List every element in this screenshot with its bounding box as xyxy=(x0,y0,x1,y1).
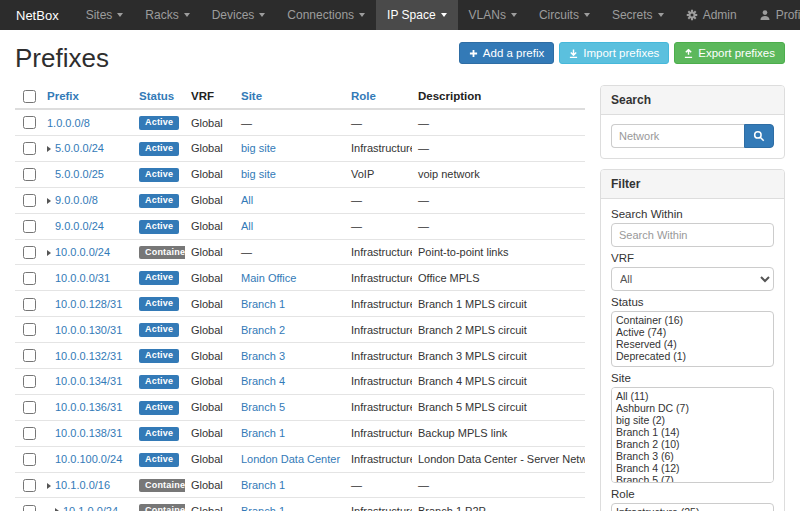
prefix-link[interactable]: 5.0.0.0/24 xyxy=(55,142,104,154)
row-checkbox[interactable] xyxy=(23,246,36,259)
status-cell: Active xyxy=(133,161,185,187)
search-within-input[interactable] xyxy=(611,223,774,247)
prefix-link[interactable]: 10.0.100.0/24 xyxy=(55,453,122,465)
filter-option[interactable]: Branch 4 (12) xyxy=(612,462,773,474)
status-listbox[interactable]: Container (16)Active (74)Reserved (4)Dep… xyxy=(611,311,774,367)
filter-option[interactable]: Branch 1 (14) xyxy=(612,426,773,438)
expand-caret-icon[interactable] xyxy=(47,250,51,256)
site-link[interactable]: big site xyxy=(241,168,276,180)
add-prefix-button[interactable]: Add a prefix xyxy=(459,42,554,64)
site-link[interactable]: Branch 2 xyxy=(241,324,285,336)
prefix-link[interactable]: 1.0.0.0/8 xyxy=(47,117,90,129)
column-header-site[interactable]: Site xyxy=(235,85,345,109)
site-link[interactable]: Branch 3 xyxy=(241,350,285,362)
prefix-link[interactable]: 10.0.0.138/31 xyxy=(55,427,122,439)
filter-option[interactable]: Branch 5 (7) xyxy=(612,474,773,483)
nav-item-sites[interactable]: Sites xyxy=(75,0,135,30)
search-button[interactable] xyxy=(744,124,774,148)
vrf-cell: Global xyxy=(185,368,235,394)
site-link[interactable]: Branch 1 xyxy=(241,505,285,511)
site-label: Site xyxy=(611,372,774,384)
prefix-link[interactable]: 9.0.0.0/8 xyxy=(55,194,98,206)
row-checkbox[interactable] xyxy=(23,168,36,181)
nav-item-profile[interactable]: Profile xyxy=(748,0,800,30)
column-header-prefix[interactable]: Prefix xyxy=(41,85,133,109)
action-buttons: Add a prefix Import prefixes Export pref… xyxy=(459,42,785,64)
nav-item-circuits[interactable]: Circuits xyxy=(528,0,601,30)
filter-option[interactable]: Branch 2 (10) xyxy=(612,438,773,450)
site-link[interactable]: big site xyxy=(241,142,276,154)
filter-option[interactable]: Reserved (4) xyxy=(612,338,773,350)
prefix-link[interactable]: 10.1.0.0/24 xyxy=(63,505,118,511)
row-checkbox[interactable] xyxy=(23,349,36,362)
row-checkbox[interactable] xyxy=(23,220,36,233)
brand[interactable]: NetBox xyxy=(0,0,75,30)
filter-option[interactable]: Ashburn DC (7) xyxy=(612,402,773,414)
export-prefixes-button[interactable]: Export prefixes xyxy=(674,42,785,64)
site-link[interactable]: All xyxy=(241,194,253,206)
row-checkbox[interactable] xyxy=(23,116,36,129)
prefix-link[interactable]: 10.0.0.136/31 xyxy=(55,401,122,413)
prefix-link[interactable]: 10.0.0.130/31 xyxy=(55,324,122,336)
row-checkbox[interactable] xyxy=(23,375,36,388)
role-cell: Infrastructure xyxy=(345,394,412,420)
nav-item-secrets[interactable]: Secrets xyxy=(601,0,675,30)
nav-item-admin[interactable]: Admin xyxy=(675,0,748,30)
expand-caret-icon[interactable] xyxy=(47,198,51,204)
site-link[interactable]: Branch 1 xyxy=(241,427,285,439)
column-header-role[interactable]: Role xyxy=(345,85,412,109)
role-listbox[interactable]: Infrastructure (25)Management (8)Private… xyxy=(611,503,774,511)
row-checkbox[interactable] xyxy=(23,194,36,207)
filter-option[interactable]: Infrastructure (25) xyxy=(612,506,773,511)
prefix-link[interactable]: 10.0.0.0/24 xyxy=(55,246,110,258)
site-link[interactable]: Branch 5 xyxy=(241,401,285,413)
prefix-link[interactable]: 10.1.0.0/16 xyxy=(55,479,110,491)
site-listbox[interactable]: All (11)Ashburn DC (7)big site (2)Branch… xyxy=(611,387,774,483)
filter-option[interactable]: Active (74) xyxy=(612,326,773,338)
site-link[interactable]: Branch 4 xyxy=(241,375,285,387)
filter-option[interactable]: big site (2) xyxy=(612,414,773,426)
nav-item-connections[interactable]: Connections xyxy=(276,0,376,30)
filter-option[interactable]: Deprecated (1) xyxy=(612,350,773,362)
site-link[interactable]: London Data Center xyxy=(241,453,340,465)
row-checkbox[interactable] xyxy=(23,323,36,336)
vrf-cell: Global xyxy=(185,317,235,343)
prefix-link[interactable]: 10.0.0.0/31 xyxy=(55,272,110,284)
table-row: 10.0.0.130/31ActiveGlobalBranch 2Infrast… xyxy=(15,317,585,343)
row-checkbox[interactable] xyxy=(23,401,36,414)
row-checkbox[interactable] xyxy=(23,479,36,492)
nav-item-ip-space[interactable]: IP Space xyxy=(376,0,457,30)
prefix-link[interactable]: 10.0.0.132/31 xyxy=(55,350,122,362)
site-link[interactable]: Branch 1 xyxy=(241,479,285,491)
select-all-checkbox[interactable] xyxy=(23,90,36,103)
row-checkbox[interactable] xyxy=(23,272,36,285)
filter-option[interactable]: Branch 3 (6) xyxy=(612,450,773,462)
row-checkbox[interactable] xyxy=(23,142,36,155)
site-link[interactable]: Main Office xyxy=(241,272,296,284)
row-checkbox[interactable] xyxy=(23,427,36,440)
prefix-link[interactable]: 9.0.0.0/24 xyxy=(55,220,104,232)
filter-option[interactable]: All (11) xyxy=(612,390,773,402)
prefix-link[interactable]: 10.0.0.134/31 xyxy=(55,375,122,387)
row-checkbox[interactable] xyxy=(23,505,36,511)
filter-option[interactable]: Container (16) xyxy=(612,314,773,326)
nav-item-devices[interactable]: Devices xyxy=(201,0,277,30)
expand-caret-icon[interactable] xyxy=(47,483,51,489)
table-row: 10.1.0.0/24ContainerGlobalBranch 1Infras… xyxy=(15,498,585,511)
row-checkbox[interactable] xyxy=(23,298,36,311)
search-input[interactable] xyxy=(611,124,744,148)
expand-caret-icon[interactable] xyxy=(47,146,51,152)
import-prefixes-button[interactable]: Import prefixes xyxy=(559,42,669,64)
vrf-select[interactable]: All xyxy=(611,267,774,291)
prefix-link[interactable]: 5.0.0.0/25 xyxy=(55,168,104,180)
prefix-link[interactable]: 10.0.0.128/31 xyxy=(55,298,122,310)
prefix-cell: 10.1.0.0/16 xyxy=(41,472,133,498)
row-checkbox[interactable] xyxy=(23,453,36,466)
nav-item-racks[interactable]: Racks xyxy=(134,0,200,30)
description-cell: Backup MPLS link xyxy=(412,420,585,446)
nav-item-vlans[interactable]: VLANs xyxy=(458,0,528,30)
site-link[interactable]: Branch 1 xyxy=(241,298,285,310)
site-link[interactable]: All xyxy=(241,220,253,232)
vrf-cell: Global xyxy=(185,498,235,511)
column-header-status[interactable]: Status xyxy=(133,85,185,109)
